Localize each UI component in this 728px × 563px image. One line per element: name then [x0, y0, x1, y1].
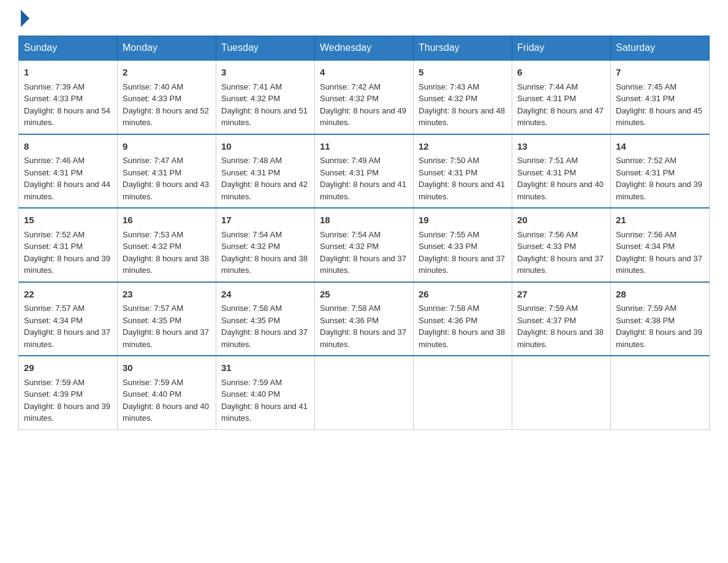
day-number: 12 [419, 140, 507, 154]
daylight-text: Daylight: 8 hours and 43 minutes. [123, 180, 209, 201]
sunset-text: Sunset: 4:31 PM [517, 94, 576, 103]
sunset-text: Sunset: 4:31 PM [517, 168, 576, 177]
daylight-text: Daylight: 8 hours and 54 minutes. [24, 106, 110, 128]
day-number: 30 [123, 361, 211, 375]
daylight-text: Daylight: 8 hours and 41 minutes. [320, 180, 406, 201]
sunrise-text: Sunrise: 7:57 AM [123, 304, 183, 313]
day-number: 1 [24, 66, 112, 80]
sunrise-text: Sunrise: 7:59 AM [24, 378, 85, 387]
sunset-text: Sunset: 4:38 PM [616, 316, 675, 325]
sunset-text: Sunset: 4:39 PM [24, 389, 83, 399]
day-header-sunday: Sunday [19, 36, 118, 61]
sunrise-text: Sunrise: 7:41 AM [221, 82, 282, 91]
sunrise-text: Sunrise: 7:59 AM [616, 304, 677, 313]
day-number: 15 [24, 213, 112, 228]
sunrise-text: Sunrise: 7:59 AM [123, 378, 183, 387]
day-header-monday: Monday [118, 36, 216, 61]
daylight-text: Daylight: 8 hours and 37 minutes. [320, 327, 406, 349]
sunset-text: Sunset: 4:40 PM [123, 389, 181, 399]
sunset-text: Sunset: 4:40 PM [221, 389, 280, 399]
day-cell-7: 7Sunrise: 7:45 AMSunset: 4:31 PMDaylight… [611, 60, 710, 134]
sunrise-text: Sunrise: 7:51 AM [517, 156, 578, 165]
sunset-text: Sunset: 4:31 PM [616, 168, 675, 177]
day-cell-28: 28Sunrise: 7:59 AMSunset: 4:38 PMDayligh… [611, 282, 710, 356]
sunrise-text: Sunrise: 7:56 AM [517, 230, 578, 239]
empty-cell [611, 356, 710, 429]
daylight-text: Daylight: 8 hours and 52 minutes. [123, 106, 209, 128]
sunrise-text: Sunrise: 7:52 AM [24, 230, 85, 239]
day-cell-20: 20Sunrise: 7:56 AMSunset: 4:33 PMDayligh… [512, 208, 611, 282]
sunset-text: Sunset: 4:32 PM [320, 94, 379, 103]
day-number: 21 [616, 213, 704, 228]
day-cell-10: 10Sunrise: 7:48 AMSunset: 4:31 PMDayligh… [216, 134, 315, 209]
daylight-text: Daylight: 8 hours and 49 minutes. [320, 106, 406, 128]
day-cell-12: 12Sunrise: 7:50 AMSunset: 4:31 PMDayligh… [414, 134, 512, 209]
day-number: 5 [419, 66, 507, 80]
day-header-tuesday: Tuesday [216, 36, 315, 61]
daylight-text: Daylight: 8 hours and 41 minutes. [419, 180, 505, 201]
week-row-3: 15Sunrise: 7:52 AMSunset: 4:31 PMDayligh… [19, 208, 710, 282]
daylight-text: Daylight: 8 hours and 40 minutes. [517, 180, 604, 201]
day-cell-3: 3Sunrise: 7:41 AMSunset: 4:32 PMDaylight… [216, 60, 315, 134]
day-cell-1: 1Sunrise: 7:39 AMSunset: 4:33 PMDaylight… [19, 60, 118, 134]
sunrise-text: Sunrise: 7:59 AM [221, 378, 282, 387]
day-number: 29 [24, 361, 112, 375]
day-number: 9 [123, 140, 211, 154]
day-cell-4: 4Sunrise: 7:42 AMSunset: 4:32 PMDaylight… [315, 60, 414, 134]
day-number: 6 [517, 66, 605, 80]
day-cell-30: 30Sunrise: 7:59 AMSunset: 4:40 PMDayligh… [118, 356, 216, 429]
day-cell-18: 18Sunrise: 7:54 AMSunset: 4:32 PMDayligh… [315, 208, 414, 282]
day-cell-22: 22Sunrise: 7:57 AMSunset: 4:34 PMDayligh… [19, 282, 118, 356]
day-number: 24 [221, 288, 309, 302]
day-cell-24: 24Sunrise: 7:58 AMSunset: 4:35 PMDayligh… [216, 282, 315, 356]
sunrise-text: Sunrise: 7:58 AM [419, 304, 479, 313]
daylight-text: Daylight: 8 hours and 39 minutes. [24, 402, 110, 423]
sunrise-text: Sunrise: 7:44 AM [517, 82, 578, 91]
day-number: 11 [320, 140, 408, 154]
daylight-text: Daylight: 8 hours and 42 minutes. [221, 180, 308, 201]
day-cell-23: 23Sunrise: 7:57 AMSunset: 4:35 PMDayligh… [118, 282, 216, 356]
sunrise-text: Sunrise: 7:58 AM [221, 304, 282, 313]
sunset-text: Sunset: 4:31 PM [320, 168, 379, 177]
day-number: 14 [616, 140, 704, 154]
day-cell-14: 14Sunrise: 7:52 AMSunset: 4:31 PMDayligh… [611, 134, 710, 209]
day-cell-29: 29Sunrise: 7:59 AMSunset: 4:39 PMDayligh… [19, 356, 118, 429]
daylight-text: Daylight: 8 hours and 45 minutes. [616, 106, 702, 128]
day-cell-21: 21Sunrise: 7:56 AMSunset: 4:34 PMDayligh… [611, 208, 710, 282]
sunrise-text: Sunrise: 7:54 AM [221, 230, 282, 239]
day-header-friday: Friday [512, 36, 611, 61]
sunset-text: Sunset: 4:35 PM [123, 316, 181, 325]
daylight-text: Daylight: 8 hours and 40 minutes. [123, 402, 209, 423]
day-cell-16: 16Sunrise: 7:53 AMSunset: 4:32 PMDayligh… [118, 208, 216, 282]
sunset-text: Sunset: 4:36 PM [419, 316, 477, 325]
sunset-text: Sunset: 4:31 PM [419, 168, 477, 177]
day-number: 26 [419, 288, 507, 302]
sunrise-text: Sunrise: 7:39 AM [24, 82, 85, 91]
empty-cell [414, 356, 512, 429]
sunrise-text: Sunrise: 7:46 AM [24, 156, 85, 165]
sunset-text: Sunset: 4:33 PM [517, 242, 576, 251]
sunset-text: Sunset: 4:31 PM [123, 168, 181, 177]
logo [18, 12, 29, 23]
day-cell-5: 5Sunrise: 7:43 AMSunset: 4:32 PMDaylight… [414, 60, 512, 134]
sunrise-text: Sunrise: 7:55 AM [419, 230, 479, 239]
day-cell-15: 15Sunrise: 7:52 AMSunset: 4:31 PMDayligh… [19, 208, 118, 282]
daylight-text: Daylight: 8 hours and 38 minutes. [221, 254, 308, 275]
sunset-text: Sunset: 4:34 PM [24, 316, 83, 325]
calendar-table: SundayMondayTuesdayWednesdayThursdayFrid… [18, 36, 710, 430]
day-number: 23 [123, 288, 211, 302]
day-number: 22 [24, 288, 112, 302]
day-cell-27: 27Sunrise: 7:59 AMSunset: 4:37 PMDayligh… [512, 282, 611, 356]
daylight-text: Daylight: 8 hours and 37 minutes. [616, 254, 702, 275]
day-header-saturday: Saturday [611, 36, 710, 61]
day-number: 4 [320, 66, 408, 80]
day-cell-8: 8Sunrise: 7:46 AMSunset: 4:31 PMDaylight… [19, 134, 118, 209]
day-cell-6: 6Sunrise: 7:44 AMSunset: 4:31 PMDaylight… [512, 60, 611, 134]
page-header [18, 12, 710, 23]
sunrise-text: Sunrise: 7:54 AM [320, 230, 381, 239]
week-row-4: 22Sunrise: 7:57 AMSunset: 4:34 PMDayligh… [19, 282, 710, 356]
sunset-text: Sunset: 4:32 PM [221, 94, 280, 103]
day-number: 19 [419, 213, 507, 228]
daylight-text: Daylight: 8 hours and 37 minutes. [221, 327, 308, 349]
week-row-5: 29Sunrise: 7:59 AMSunset: 4:39 PMDayligh… [19, 356, 710, 429]
